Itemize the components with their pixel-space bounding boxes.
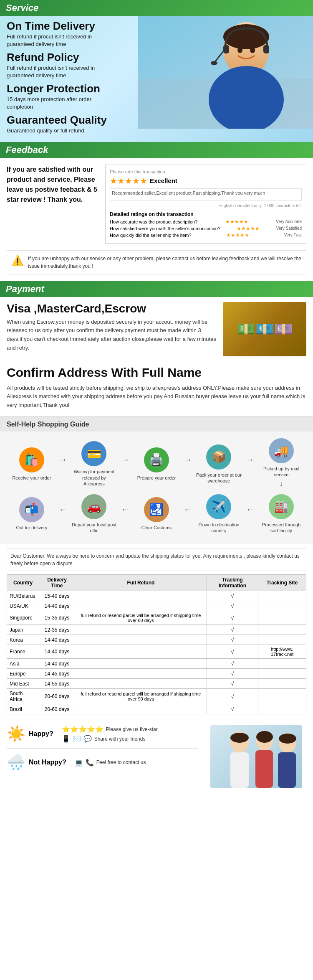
svg-point-7 <box>211 61 217 65</box>
table-row: RU/Belarus 15-40 days √ <box>7 591 306 601</box>
service-item-2-title: Refund Policy <box>7 51 119 63</box>
table-header-row: Country Delivery Time Full Refund Tracki… <box>7 575 306 591</box>
cell-delivery: 20-60 days <box>39 689 75 704</box>
receive-label: Receive your order <box>12 475 51 481</box>
guide-item-customs: 🛃 Clear Customs <box>134 497 179 531</box>
bottom-right <box>206 725 306 788</box>
phone2-icon: 📞 <box>86 759 94 767</box>
svg-rect-15 <box>255 750 273 788</box>
feedback-header: Feedback <box>0 142 313 158</box>
confirm-desc: All products will be tested strictly bef… <box>0 384 313 416</box>
cell-site <box>258 679 306 689</box>
share-action: 📱 ✉️ 💬 Share with your friends <box>62 735 158 743</box>
feedback-left-text: If you are satisfied with our product an… <box>7 165 98 205</box>
not-happy-row: 🌧️ Not Happy? 💻 📞 Feel free to contact u… <box>7 754 198 771</box>
contact-action: 💻 📞 Feel free to contact us <box>75 759 146 767</box>
cell-tracking: √ <box>207 704 258 714</box>
guide-item-receive: 🛍️ Receive your order <box>9 447 55 481</box>
payment-header: Payment <box>0 281 313 297</box>
sun-icon: ☀️ <box>7 725 25 743</box>
cell-country: Asia <box>7 659 39 669</box>
detailed-ratings: Detailed ratings on this transaction How… <box>110 211 302 238</box>
cell-delivery: 14-40 days <box>39 645 75 659</box>
cell-refund <box>75 645 207 659</box>
cell-delivery: 15-40 days <box>39 591 75 601</box>
table-row: South Africa 20-60 days full refund or r… <box>7 689 306 704</box>
service-text-block: On Time Delivery Full refund if procut i… <box>0 16 125 142</box>
table-note: Dear Customer, We always be here to conc… <box>7 548 306 571</box>
svg-rect-5 <box>223 45 229 53</box>
warning-icon: ⚠️ <box>11 255 24 267</box>
cell-site <box>258 689 306 704</box>
excellent-label: Excellent <box>150 177 177 184</box>
col-tracking: Tracking Information <box>207 575 258 591</box>
warning-text: If you are unhappy with our service or a… <box>28 255 302 270</box>
cell-country: France <box>7 645 39 659</box>
rate-label: Please rate this transaction: <box>110 169 302 174</box>
cell-refund <box>75 679 207 689</box>
cell-site <box>258 611 306 625</box>
cell-tracking: √ <box>207 591 258 601</box>
table-row: Brazil 20-60 days √ <box>7 704 306 714</box>
guide-item-flown: ✈️ Flown to destination country <box>196 494 242 534</box>
payment-body: Visa ,MasterCard,Escrow When using Escro… <box>0 297 313 361</box>
arrow-3: → <box>184 455 192 465</box>
feedback-section: Feedback If you are satisfied with our p… <box>0 142 313 274</box>
rating-row-1: How satisfied were you with the seller's… <box>110 226 302 231</box>
svg-point-19 <box>279 734 296 744</box>
rating-stars-0: ★★★★★ <box>225 219 248 225</box>
col-delivery: Delivery Time <box>39 575 75 591</box>
service-item-1-desc: Full refund if procut isn't received in … <box>7 33 119 48</box>
svg-point-9 <box>250 47 255 53</box>
arrow-2: → <box>121 455 129 465</box>
happy-label: Happy? <box>29 730 53 738</box>
pickup-icon: 🚚 <box>269 438 294 463</box>
service-item-2-desc: Full refund if product isn't received in… <box>7 64 119 79</box>
not-happy-label: Not Happy? <box>29 759 66 766</box>
cell-refund <box>75 704 207 714</box>
rating-q-2: How quickly did the seller ship the item… <box>110 233 192 238</box>
guide-item-delivery: 📬 Out for delivery <box>9 497 55 531</box>
prepare-label: Prepare your order <box>137 475 176 481</box>
guide-item-prepare: 🖨️ Prepare your order <box>134 447 179 481</box>
divider <box>7 748 198 749</box>
cell-site <box>258 704 306 714</box>
arrow-8: ← <box>246 505 254 514</box>
svg-point-16 <box>256 731 273 743</box>
bottom-left: ☀️ Happy? ⭐⭐⭐⭐⭐ Please give us five-star… <box>7 725 198 788</box>
service-item-4-title: Guaranteed Quality <box>7 114 119 126</box>
cell-refund <box>75 669 207 679</box>
guide-body: 🛍️ Receive your order → 💳 Waiting for pa… <box>0 432 313 544</box>
payment-title-header: Payment <box>6 284 44 294</box>
cell-tracking: √ <box>207 625 258 635</box>
table-row: Korea 14-40 days √ <box>7 635 306 645</box>
guide-row-2: 📬 Out for delivery ← 🚗 Depart your local… <box>7 494 306 534</box>
service-item-3-desc: 15 days more protection after order comp… <box>7 96 119 111</box>
arrow-4: → <box>246 455 254 465</box>
detailed-title: Detailed ratings on this transaction <box>110 211 302 217</box>
feedback-right: Please rate this transaction: ★★★★★ Exce… <box>105 165 306 244</box>
payment-text: Visa ,MasterCard,Escrow When using Escro… <box>7 302 216 353</box>
cell-site <box>258 591 306 601</box>
cell-tracking: √ <box>207 601 258 611</box>
cell-tracking: √ <box>207 679 258 689</box>
money-image <box>223 302 306 356</box>
cell-site: http://www. 17track.net <box>258 645 306 659</box>
flown-icon: ✈️ <box>206 494 231 519</box>
cell-country: South Africa <box>7 689 39 704</box>
bottom-section: ☀️ Happy? ⭐⭐⭐⭐⭐ Please give us five-star… <box>0 718 313 795</box>
confirm-title: Confirm Address With Full Name <box>0 361 313 384</box>
cell-delivery: 14-40 days <box>39 601 75 611</box>
service-title: Service <box>6 3 38 13</box>
five-star-text: Please give us five-star <box>106 726 158 732</box>
guide-item-pickup: 🚚 Picked up by mail service ↓ <box>258 438 304 490</box>
table-row: Singapore 15-35 days full refund or rese… <box>7 611 306 625</box>
guide-row-1: 🛍️ Receive your order → 💳 Waiting for pa… <box>7 438 306 490</box>
table-row: Japan 12-35 days √ <box>7 625 306 635</box>
service-item-3-title: Longer Protection <box>7 83 119 95</box>
table-row: France 14-40 days √ http://www. 17track.… <box>7 645 306 659</box>
cell-tracking: √ <box>207 669 258 679</box>
warning-box: ⚠️ If you are unhappy with our service o… <box>7 250 306 274</box>
cell-delivery: 14-45 days <box>39 669 75 679</box>
cell-country: Brazil <box>7 704 39 714</box>
